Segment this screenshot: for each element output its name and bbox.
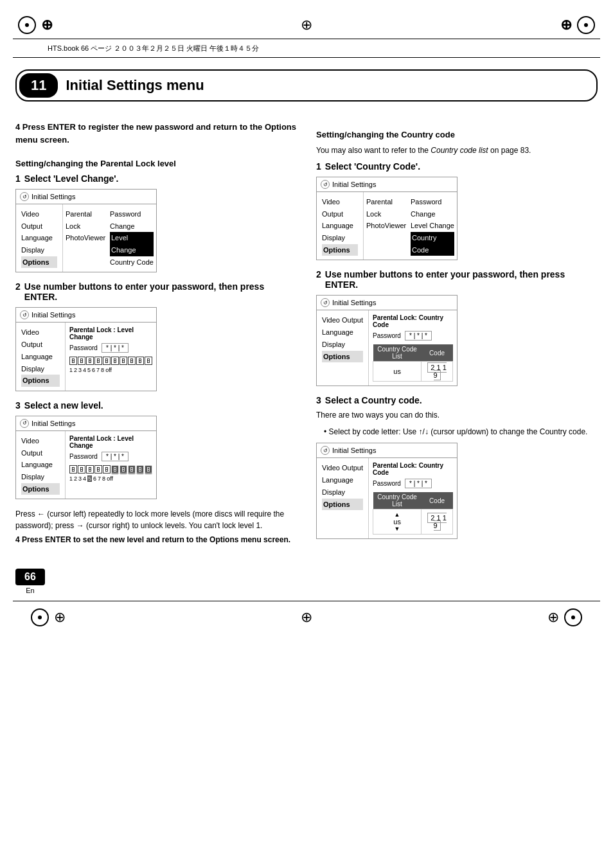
s5-lang: Language: [322, 326, 363, 339]
screen1-right: Password Change Level Change Country Cod…: [107, 204, 156, 272]
crosshair-bl: ⊕: [54, 609, 66, 626]
s2-pwd-label: Password: [69, 344, 102, 351]
step4-intro: 4 Press ENTER to register the new passwo…: [15, 121, 297, 146]
s2-btn4: 🄱: [94, 357, 102, 366]
s3-btn1: 🄱: [69, 465, 77, 474]
s6-header: Parental Lock: Country Code: [373, 462, 453, 476]
s4-parental: Parental Lock: [366, 196, 405, 220]
screen5-right: Parental Lock: Country Code Password * |…: [368, 310, 457, 385]
r-step3-row: 3 Select a Country code.: [316, 395, 598, 405]
page-sub: En: [15, 587, 45, 594]
screen2-icon: ↺: [20, 310, 29, 319]
step4-final: 4 Press ENTER to set the new level and r…: [15, 535, 297, 544]
bottom-right-marks: ⊕: [547, 608, 582, 626]
screen6-body: Video Output Language Display Options Pa…: [317, 458, 457, 538]
s4-options: Options: [322, 244, 358, 256]
chapter-title: Initial Settings menu: [66, 77, 204, 94]
right-column: Setting/changing the Country code You ma…: [316, 121, 598, 549]
screen5: ↺ Initial Settings Video Output Language…: [316, 295, 458, 386]
screen1-item-video: Video Output: [21, 208, 57, 232]
screen4-titlebar: ↺ Initial Settings: [317, 177, 457, 192]
s2-btn6: 🄱: [111, 357, 119, 366]
step3-note: There are two ways you can do this.: [316, 409, 598, 421]
s2-btn3: 🄱: [86, 357, 94, 366]
crosshair-tc: ⊕: [301, 17, 312, 33]
screen6-right: Parental Lock: Country Code Password * |…: [368, 458, 457, 538]
s3-display: Display: [21, 471, 60, 483]
screen4-body: Video Output Language Display Options Pa…: [317, 192, 457, 260]
reg-mark-br: [564, 608, 582, 626]
screen1-item-options: Options: [21, 256, 57, 269]
s5-code: 2 1 1 9: [422, 362, 453, 382]
screen5-icon: ↺: [321, 298, 330, 307]
screen1-password: Password Change: [110, 208, 154, 232]
screen1-item-display: Display: [21, 244, 57, 256]
screen2-body: Video Output Language Display Options Pa…: [16, 323, 156, 390]
screen1: ↺ Initial Settings Video Output Language…: [15, 189, 157, 272]
screen3-left: Video Output Language Display Options: [16, 431, 65, 499]
s2-numbers: 123 456 78off: [69, 367, 152, 373]
s4-video: Video Output: [322, 196, 358, 220]
screen3-title: Initial Settings: [31, 420, 75, 427]
step2-row: 2 Use number buttons to enter your passw…: [15, 281, 297, 302]
screen4-title: Initial Settings: [332, 181, 376, 188]
screen5-title: Initial Settings: [332, 299, 376, 306]
r-step3-number: 3: [316, 395, 321, 405]
s3-video: Video Output: [21, 435, 60, 459]
screen2-titlebar: ↺ Initial Settings: [16, 308, 156, 323]
bottom-area: 66 En: [15, 569, 598, 594]
screen1-titlebar: ↺ Initial Settings: [16, 190, 156, 204]
s2-pwd-stars: * | * | *: [102, 343, 129, 353]
screen1-left: Video Output Language Display Options: [16, 204, 62, 272]
s2-btn10: 🄱: [145, 357, 152, 366]
crosshair-bc: ⊕: [301, 609, 312, 626]
screen6-icon: ↺: [321, 446, 330, 455]
s5-country: us: [373, 362, 422, 382]
screen5-titlebar: ↺ Initial Settings: [317, 296, 457, 310]
s3-lang: Language: [21, 459, 60, 471]
s5-options: Options: [322, 351, 363, 363]
s3-btn6: 🄱: [111, 465, 119, 474]
s6-video: Video Output: [322, 462, 363, 474]
screen1-photo: PhotoViewer: [66, 232, 105, 244]
s6-country: ▲ us ▼: [373, 509, 422, 535]
s6-down-arrow: ▼: [377, 526, 417, 532]
s6-up-arrow: ▲: [377, 511, 417, 518]
press-note: Press ← (cursor left) repeatedly to lock…: [15, 508, 297, 531]
step1-text: Select 'Level Change'.: [24, 173, 119, 184]
reg-mark-tl: [18, 16, 36, 34]
s3-numbers: 123 45 67 8off: [69, 475, 152, 482]
screen4-left: Video Output Language Display Options: [317, 192, 363, 260]
screen6-titlebar: ↺ Initial Settings: [317, 443, 457, 458]
bottom-left-marks: ⊕: [31, 608, 66, 626]
s2-header: Parental Lock : Level Change: [69, 326, 152, 341]
step3-number: 3: [15, 400, 21, 411]
s5-pwd-label: Password: [373, 332, 405, 339]
s5-password-row: Password * | * | *: [373, 331, 453, 341]
reg-mark-tr: [577, 16, 595, 34]
screen1-country: Country Code: [110, 256, 154, 269]
chapter-heading: 11 Initial Settings menu: [15, 69, 598, 102]
s3-btn7: 🄱: [120, 465, 127, 474]
s3-options: Options: [21, 483, 60, 495]
s3-header: Parental Lock : Level Change: [69, 435, 152, 449]
s6-display: Display: [322, 486, 363, 499]
s3-btn9: 🄱: [136, 465, 144, 474]
page-badge: 66: [15, 569, 45, 585]
section2-intro: You may also want to refer to the Countr…: [316, 145, 598, 156]
s6-lang: Language: [322, 474, 363, 486]
screen3: ↺ Initial Settings Video Output Language…: [15, 416, 157, 499]
screen2-left: Video Output Language Display Options: [16, 323, 65, 390]
s2-password-row: Password * | * | *: [69, 343, 152, 353]
header-text: HTS.book 66 ページ ２００３年２月２５日 火曜日 午後１時４５分: [48, 44, 259, 53]
s4-levelchange: Level Change: [411, 220, 454, 232]
s3-btn5: 🄱: [103, 465, 111, 474]
s2-btn8: 🄱: [128, 357, 136, 366]
s4-display: Display: [322, 232, 358, 244]
s6-col2-header: Code: [422, 492, 453, 509]
s6-password-row: Password * | * | *: [373, 479, 453, 488]
s2-buttons: 🄱 🄱 🄱 🄱 🄱 🄱 🄱 🄱 🄱 🄱: [69, 357, 152, 366]
r-step1-number: 1: [316, 161, 321, 172]
s5-col1-header: Country Code List: [373, 344, 422, 362]
step2-text: Use number buttons to enter your passwor…: [24, 281, 297, 302]
